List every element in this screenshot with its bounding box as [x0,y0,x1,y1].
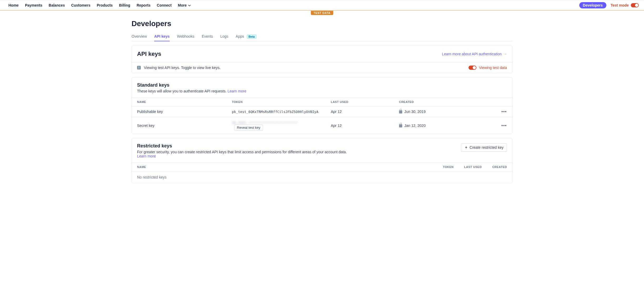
row-name: Secret key [132,117,227,134]
row-actions-menu[interactable]: ••• [496,117,512,134]
standard-desc-text: These keys will allow you to authenticat… [137,89,228,93]
api-keys-card: API keys Learn more about API authentica… [132,46,512,73]
nav-home[interactable]: Home [8,3,19,7]
nav-balances[interactable]: Balances [49,3,65,7]
info-left: Viewing test API keys. Toggle to view li… [137,66,220,70]
token-value: pk_test_6QKxTRMsRsRRffCilsJFbZ5O00lyOVBI… [232,110,319,114]
th-token: TOKEN [437,163,459,171]
nav-right: Developers Test mode [579,2,639,8]
tab-api-keys[interactable]: API keys [154,32,169,41]
nav-products[interactable]: Products [97,3,113,7]
nav-left: Home Payments Balances Customers Product… [8,3,191,7]
lock-icon [399,110,402,113]
standard-keys-card: Standard keys These keys will allow you … [132,77,512,134]
row-created: Jun 30, 2019 [394,106,496,117]
beta-badge: Beta [247,34,257,39]
api-keys-info-row: Viewing test API keys. Toggle to view li… [132,62,512,73]
nav-customers[interactable]: Customers [71,3,90,7]
standard-keys-desc: These keys will allow you to authenticat… [132,89,512,97]
tab-apps[interactable]: Apps Beta [236,32,257,41]
nav-more[interactable]: More [178,3,191,7]
standard-keys-title: Standard keys [137,82,169,88]
developers-pill[interactable]: Developers [579,2,606,8]
nav-payments[interactable]: Payments [25,3,42,7]
nav-connect[interactable]: Connect [157,3,172,7]
tab-events[interactable]: Events [202,32,213,41]
th-name: NAME [132,98,227,106]
created-value: Jan 12, 2020 [404,123,426,128]
th-name: NAME [132,163,437,171]
subnav: Overview API keys Webhooks Events Logs A… [132,32,512,41]
learn-more-auth-label: Learn more about API authentication [442,52,502,56]
reveal-key-button[interactable]: Reveal test key [234,125,263,131]
page-content: Developers Overview API keys Webhooks Ev… [122,19,522,183]
chevron-down-icon [188,3,191,7]
row-token: sk_test_•••••••••••••••••••••••• Reveal … [227,117,326,134]
test-mode-group: Test mode [611,3,639,7]
viewing-test-toggle[interactable] [469,66,476,70]
top-nav: Home Payments Balances Customers Product… [0,0,644,11]
tab-apps-label: Apps [236,34,244,38]
create-restricted-label: Create restricted key [470,145,504,150]
empty-row: No restricted keys [132,171,512,183]
th-created: CREATED [487,163,512,171]
tab-logs[interactable]: Logs [220,32,228,41]
th-last-used: LAST USED [325,98,394,106]
standard-learn-more-link[interactable]: Learn more [228,89,246,93]
plus-icon: ＋ [464,145,468,150]
nav-more-label: More [178,3,187,7]
empty-text: No restricted keys [132,171,512,183]
th-token: TOKEN [227,98,326,106]
lock-icon [399,124,402,127]
th-last-used: LAST USED [459,163,487,171]
row-token[interactable]: pk_test_6QKxTRMsRsRRffCilsJFbZ5O00lyOVBI… [227,106,326,117]
test-data-badge: TEST DATA [311,11,333,15]
restricted-desc-text: For greater security, you can create res… [137,150,347,154]
table-row: Publishable key pk_test_6QKxTRMsRsRRffCi… [132,106,512,117]
standard-keys-header: Standard keys [132,78,512,88]
viewing-test-wrap: Viewing test data [469,66,507,70]
learn-more-auth-link[interactable]: Learn more about API authentication [442,52,507,56]
row-created: Jan 12, 2020 [394,117,496,134]
restricted-keys-header: Restricted keys For greater security, yo… [132,138,512,158]
created-value: Jun 30, 2019 [404,110,426,114]
row-actions-menu[interactable]: ••• [496,106,512,117]
info-icon [137,66,141,70]
test-mode-toggle[interactable] [631,3,639,7]
tab-overview[interactable]: Overview [132,32,147,41]
standard-keys-table: NAME TOKEN LAST USED CREATED Publishable… [132,97,512,134]
table-row: Secret key sk_test_•••••••••••••••••••••… [132,117,512,134]
th-actions [496,98,512,106]
restricted-keys-card: Restricted keys For greater security, yo… [132,138,512,183]
token-value-hidden: sk_test_•••••••••••••••••••••••• [232,121,298,125]
tab-webhooks[interactable]: Webhooks [177,32,194,41]
nav-reports[interactable]: Reports [137,3,150,7]
restricted-keys-desc: For greater security, you can create res… [137,150,347,158]
page-title: Developers [132,19,512,28]
viewing-test-label: Viewing test data [479,66,507,70]
nav-billing[interactable]: Billing [119,3,130,7]
row-name: Publishable key [132,106,227,117]
test-mode-label: Test mode [611,3,629,7]
row-last-used: Apr 12 [325,117,394,134]
row-last-used: Apr 12 [325,106,394,117]
restricted-learn-more-link[interactable]: Learn more [137,154,347,158]
api-keys-title: API keys [137,51,161,57]
info-text: Viewing test API keys. Toggle to view li… [144,66,220,70]
api-keys-card-header: API keys Learn more about API authentica… [132,46,512,62]
restricted-keys-table: NAME TOKEN LAST USED CREATED No restrict… [132,162,512,183]
create-restricted-key-button[interactable]: ＋ Create restricted key [461,143,507,152]
restricted-keys-title: Restricted keys [137,143,347,149]
th-created: CREATED [394,98,496,106]
